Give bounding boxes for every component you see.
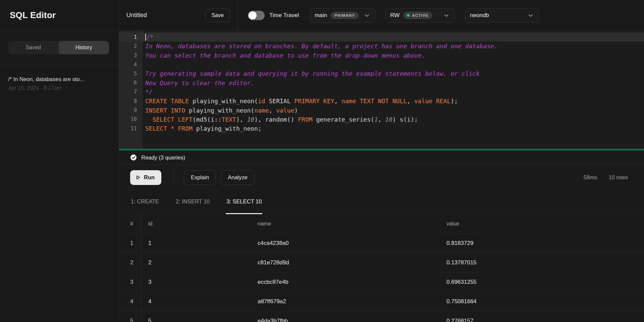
- code-token: INSERT INTO: [145, 107, 185, 114]
- line-number: 7: [119, 89, 143, 95]
- analyze-button[interactable]: Analyze: [221, 170, 255, 185]
- code-line-2[interactable]: 2In Neon, databases are stored on branch…: [119, 42, 644, 51]
- status-text: Ready (3 queries): [141, 154, 185, 161]
- code-token: ,: [269, 107, 276, 114]
- results-table: # id name value 11c4ca4238a00.818372922c…: [119, 214, 644, 322]
- code-token: 1: [374, 116, 378, 123]
- result-cell: a87ff679a2: [258, 298, 446, 305]
- code-token: ), random(): [254, 116, 298, 123]
- code-token: */: [145, 88, 153, 95]
- column-header-index: #: [119, 214, 142, 233]
- code-line-7[interactable]: 7*/: [119, 87, 644, 96]
- chevron-down-icon: [364, 12, 370, 19]
- code-token: FROM: [298, 116, 312, 123]
- text-cursor-icon: [145, 34, 146, 41]
- code-token: /*: [146, 34, 154, 41]
- code-token: generate_series(: [313, 116, 374, 123]
- line-number: 8: [119, 98, 143, 104]
- code-line-3[interactable]: 3You can select the branch and database …: [119, 51, 644, 60]
- result-row: 33eccbc87e4b0.69631255: [119, 272, 644, 292]
- code-token: ,: [334, 98, 342, 105]
- line-number: 10: [119, 116, 143, 122]
- sidebar-tabs: Saved History: [0, 31, 119, 65]
- explain-button[interactable]: Explain: [184, 170, 216, 185]
- code-token: [145, 116, 153, 123]
- code-token: ): [294, 107, 298, 114]
- result-cell: 1: [119, 234, 142, 253]
- code-line-9[interactable]: 9INSERT INTO playing_with_neon(name, val…: [119, 106, 644, 115]
- saved-history-segmented-control: Saved History: [8, 41, 109, 54]
- history-item[interactable]: /* In Neon, databases are sto...Apr 15, …: [8, 76, 111, 91]
- code-token: SERIAL: [265, 98, 294, 105]
- code-token: playing_with_neon(: [189, 98, 258, 105]
- chevron-down-icon: [443, 12, 450, 19]
- code-token: CREATE TABLE: [145, 98, 189, 105]
- branch-selector[interactable]: main PRIMARY: [310, 8, 375, 23]
- tab-create[interactable]: 1: CREATE: [130, 190, 160, 214]
- sql-editor-app: SQL Editor Saved History /* In Neon, dat…: [0, 0, 644, 322]
- result-row: 11c4ca4238a00.8183729: [119, 233, 644, 253]
- code-token: playing_with_neon(: [185, 107, 254, 114]
- code-token: ,: [407, 98, 414, 105]
- code-line-1[interactable]: 1/*: [119, 33, 644, 42]
- run-label: Run: [144, 174, 155, 181]
- column-header-value: value: [446, 221, 644, 227]
- database-selector[interactable]: neondb: [465, 8, 539, 23]
- code-token: You can select the branch and database t…: [145, 52, 425, 59]
- code-line-5[interactable]: 5Try generating sample data and querying…: [119, 69, 644, 78]
- line-number: 3: [119, 52, 143, 58]
- topbar: Untitled Save Time Travel main PRIMARY R…: [119, 0, 644, 31]
- code-text: New Query to clear the editor.: [143, 79, 254, 86]
- database-name: neondb: [470, 12, 489, 19]
- code-token: name TEXT NOT NULL: [341, 98, 407, 105]
- sidebar: SQL Editor Saved History /* In Neon, dat…: [0, 0, 119, 322]
- status-dot-icon: [407, 14, 410, 17]
- code-line-10[interactable]: 10 SELECT LEFT(md5(i::TEXT), 10), random…: [119, 115, 644, 124]
- code-token: 10: [385, 116, 392, 123]
- line-number: 4: [119, 62, 143, 68]
- line-number: 11: [119, 126, 143, 132]
- active-badge: ACTIVE: [403, 12, 432, 19]
- main-panel: Untitled Save Time Travel main PRIMARY R…: [119, 0, 644, 322]
- tab-insert-10[interactable]: 2: INSERT 10: [175, 190, 210, 214]
- history-list: /* In Neon, databases are sto...Apr 15, …: [0, 65, 119, 322]
- tab-history[interactable]: History: [59, 41, 109, 54]
- code-line-6[interactable]: 6New Query to clear the editor.: [119, 78, 644, 87]
- code-line-8[interactable]: 8CREATE TABLE playing_with_neon(id SERIA…: [119, 96, 644, 106]
- result-cell: eccbc87e4b: [258, 279, 446, 285]
- status-bar: Ready (3 queries): [119, 150, 644, 165]
- result-row: 55e4da3b7fbb0.2768157: [119, 311, 644, 322]
- column-header-name: name: [258, 221, 446, 227]
- line-number: 5: [119, 71, 143, 77]
- time-travel-toggle[interactable]: [248, 11, 265, 20]
- tab-saved[interactable]: Saved: [8, 41, 59, 54]
- tab-select-10[interactable]: 3: SELECT 10: [226, 190, 262, 214]
- compute-selector[interactable]: RW ACTIVE: [385, 8, 455, 23]
- code-editor[interactable]: 1/*2In Neon, databases are stored on bra…: [119, 31, 644, 149]
- query-title: Untitled: [126, 12, 147, 19]
- result-cell: c4ca4238a0: [258, 240, 446, 247]
- code-token: (md5(i::: [193, 116, 222, 123]
- result-cell: 0.69631255: [446, 279, 644, 285]
- code-line-11[interactable]: 11SELECT * FROM playing_with_neon;: [119, 124, 644, 133]
- topbar-controls: Time Travel main PRIMARY RW ACTIVE neond…: [238, 8, 539, 23]
- code-text: SELECT LEFT(md5(i::TEXT), 10), random() …: [143, 116, 418, 123]
- history-date: Apr 15, 2024 - 8:17am: [8, 85, 111, 91]
- code-token: name: [254, 107, 269, 114]
- result-row: 22c81e728d9d0.13787015: [119, 253, 644, 272]
- result-cell: 0.13787015: [446, 259, 644, 266]
- code-line-4[interactable]: 4: [119, 60, 644, 69]
- code-token: ) s(i);: [392, 116, 418, 123]
- actions-divider: [173, 170, 174, 185]
- results-header-row: # id name value: [119, 214, 644, 233]
- code-token: value REAL: [414, 98, 450, 105]
- code-token: SELECT LEFT: [153, 116, 193, 123]
- code-text: You can select the branch and database t…: [143, 52, 425, 59]
- code-text: CREATE TABLE playing_with_neon(id SERIAL…: [143, 98, 458, 105]
- code-token: );: [450, 98, 458, 105]
- run-button[interactable]: Run: [130, 170, 161, 185]
- line-number: 1: [119, 34, 143, 40]
- result-cell: e4da3b7fbb: [258, 318, 446, 322]
- save-button[interactable]: Save: [205, 9, 230, 22]
- result-cell: 4: [119, 292, 142, 311]
